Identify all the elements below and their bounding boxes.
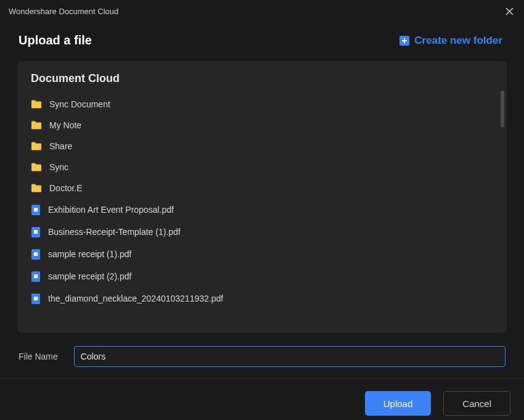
list-item[interactable]: Share — [22, 136, 502, 157]
list-item[interactable]: Exhibition Art Event Proposal.pdf — [22, 199, 502, 221]
list-item[interactable]: sample receipt (1).pdf — [22, 243, 502, 265]
filename-label: File Name — [18, 352, 58, 361]
pdf-file-icon — [31, 226, 41, 237]
item-label: Business-Receipt-Template (1).pdf — [48, 227, 181, 237]
close-button[interactable] — [503, 5, 515, 17]
list-item[interactable]: Business-Receipt-Template (1).pdf — [22, 221, 502, 243]
list-item[interactable]: the_diamond_necklace_20240103211932.pdf — [22, 287, 502, 310]
plus-icon — [399, 36, 409, 46]
create-folder-label: Create new folder — [414, 35, 502, 47]
item-label: Sync — [49, 162, 68, 172]
item-label: sample receipt (1).pdf — [48, 249, 131, 259]
item-label: the_diamond_necklace_20240103211932.pdf — [48, 294, 223, 303]
list-item[interactable]: My Note — [22, 115, 502, 136]
filename-row: File Name — [0, 332, 524, 367]
folder-icon — [31, 99, 42, 109]
list-item[interactable]: Sync Document — [22, 94, 502, 115]
item-label: My Note — [49, 120, 81, 130]
item-label: Exhibition Art Event Proposal.pdf — [48, 205, 174, 215]
folder-icon — [31, 183, 42, 193]
titlebar: Wondershare Document Cloud — [0, 0, 524, 22]
pdf-file-icon — [31, 249, 41, 260]
dialog-title: Upload a file — [18, 33, 92, 47]
pdf-file-icon — [31, 271, 41, 282]
close-icon — [506, 7, 514, 15]
create-new-folder-button[interactable]: Create new folder — [399, 35, 502, 47]
item-label: sample receipt (2).pdf — [48, 271, 131, 281]
dialog-footer: Upload Cancel — [0, 379, 524, 416]
list-item[interactable]: Doctor.E — [22, 178, 502, 199]
filename-input[interactable] — [74, 346, 506, 367]
list-item[interactable]: Sync — [22, 157, 502, 178]
file-list: Sync Document My Note Share Sync Doctor. — [17, 94, 507, 310]
item-label: Sync Document — [49, 99, 110, 109]
item-label: Doctor.E — [49, 183, 83, 193]
item-label: Share — [49, 141, 72, 151]
folder-icon — [31, 162, 42, 172]
panel-title: Document Cloud — [17, 61, 507, 94]
pdf-file-icon — [31, 293, 41, 304]
dialog-header: Upload a file Create new folder — [0, 22, 524, 61]
window-title: Wondershare Document Cloud — [9, 7, 118, 16]
cancel-button[interactable]: Cancel — [443, 391, 510, 416]
scrollbar[interactable] — [501, 91, 504, 128]
folder-icon — [31, 120, 42, 130]
folder-icon — [31, 141, 42, 151]
pdf-file-icon — [31, 204, 41, 215]
list-item[interactable]: sample receipt (2).pdf — [22, 265, 502, 287]
upload-button[interactable]: Upload — [365, 391, 432, 416]
file-browser-panel: Document Cloud Sync Document My Note Sha… — [17, 61, 507, 332]
